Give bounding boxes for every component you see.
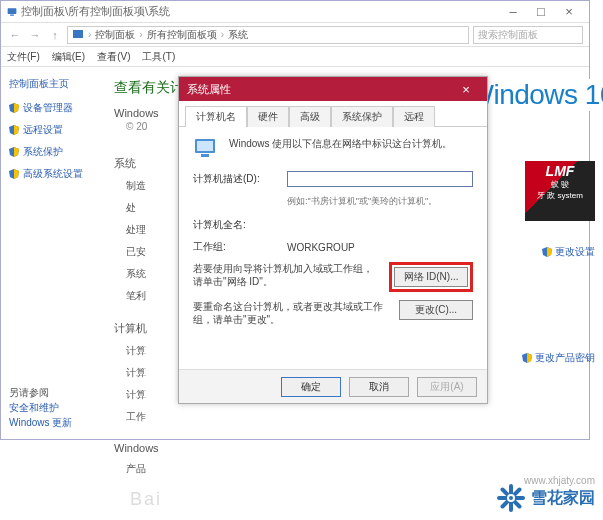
change-product-key-label: 更改产品密钥 (535, 351, 595, 365)
dialog-footer: 确定 取消 应用(A) (179, 369, 487, 403)
menu-bar: 文件(F) 编辑(E) 查看(V) 工具(T) (1, 47, 589, 67)
dialog-info-text: Windows 使用以下信息在网络中标识这台计算机。 (229, 137, 452, 151)
tab-strip: 计算机名 硬件 高级 系统保护 远程 (179, 101, 487, 127)
breadcrumb-bar: ← → ↑ › 控制面板 › 所有控制面板项 › 系统 搜索控制面板 (1, 23, 589, 47)
related-heading: 另请参阅 (9, 386, 49, 400)
menu-edit[interactable]: 编辑(E) (52, 50, 85, 64)
sidebar-item-label: 远程设置 (23, 123, 63, 137)
oem-line: 牙 政 system (527, 190, 593, 201)
svg-rect-9 (201, 154, 209, 157)
desc-label: 计算机描述(D): (193, 172, 279, 186)
shield-icon (522, 353, 532, 363)
workgroup-label: 工作组: (193, 240, 279, 254)
sidebar-item-label: 高级系统设置 (23, 167, 83, 181)
svg-point-15 (509, 496, 513, 500)
desc-hint: 例如:"书房计算机"或"美玲的计算机"。 (287, 195, 473, 208)
title-bar: 控制面板\所有控制面板项\系统 – □ × (1, 1, 589, 23)
sidebar-item-remote[interactable]: 远程设置 (9, 123, 88, 137)
close-button[interactable]: × (555, 4, 583, 19)
dialog-close-button[interactable]: × (453, 82, 479, 97)
sidebar-item-protection[interactable]: 系统保护 (9, 145, 88, 159)
change-settings-link[interactable]: 更改设置 (542, 245, 595, 259)
nav-up-icon[interactable]: ↑ (47, 29, 63, 41)
dialog-title: 系统属性 (187, 82, 231, 97)
system-properties-dialog: 系统属性 × 计算机名 硬件 高级 系统保护 远程 Windows 使用以下信息… (178, 76, 488, 404)
snowflake-icon (497, 484, 525, 512)
sidebar: 控制面板主页 设备管理器 远程设置 系统保护 高级系统设置 另请参阅 安全和维护… (1, 67, 96, 439)
tab-computer-name[interactable]: 计算机名 (185, 106, 247, 127)
breadcrumb-item[interactable]: 所有控制面板项 (147, 28, 217, 42)
breadcrumb-item[interactable]: 系统 (228, 28, 248, 42)
shield-icon (9, 103, 19, 113)
nav-back-icon[interactable]: ← (7, 29, 23, 41)
dialog-body: Windows 使用以下信息在网络中标识这台计算机。 计算机描述(D): 例如:… (179, 127, 487, 336)
tab-hardware[interactable]: 硬件 (247, 106, 289, 127)
sidebar-title[interactable]: 控制面板主页 (9, 77, 88, 91)
ok-button[interactable]: 确定 (281, 377, 341, 397)
fullname-label: 计算机全名: (193, 218, 279, 232)
label-row: 产品 (126, 462, 571, 476)
monitor-icon (7, 7, 17, 17)
oem-logo: LMF 蚁 骏 牙 政 system (525, 161, 595, 221)
sidebar-item-label: 设备管理器 (23, 101, 73, 115)
window-title: 控制面板\所有控制面板项\系统 (21, 4, 170, 19)
computer-description-input[interactable] (287, 171, 473, 187)
shield-icon (9, 169, 19, 179)
breadcrumb-path[interactable]: › 控制面板 › 所有控制面板项 › 系统 (67, 26, 469, 44)
watermark-brand-text: 雪花家园 (531, 488, 595, 509)
menu-view[interactable]: 查看(V) (97, 50, 130, 64)
label-row: 工作 (126, 410, 571, 424)
shield-icon (9, 125, 19, 135)
workgroup-value: WORKGROUP (287, 242, 355, 253)
svg-rect-2 (73, 30, 83, 38)
sidebar-item-device-manager[interactable]: 设备管理器 (9, 101, 88, 115)
tab-advanced[interactable]: 高级 (289, 106, 331, 127)
network-id-text: 若要使用向导将计算机加入域或工作组，请单击"网络 ID"。 (193, 262, 381, 288)
change-product-key-link[interactable]: 更改产品密钥 (522, 351, 595, 365)
sidebar-item-advanced[interactable]: 高级系统设置 (9, 167, 88, 181)
maximize-button[interactable]: □ (527, 4, 555, 19)
svg-rect-0 (8, 8, 17, 14)
change-settings-label: 更改设置 (555, 245, 595, 259)
apply-button[interactable]: 应用(A) (417, 377, 477, 397)
tab-system-protection[interactable]: 系统保护 (331, 106, 393, 127)
change-button[interactable]: 更改(C)... (399, 300, 473, 320)
related-link-update[interactable]: Windows 更新 (9, 416, 72, 430)
tab-remote[interactable]: 远程 (393, 106, 435, 127)
menu-file[interactable]: 文件(F) (7, 50, 40, 64)
menu-tools[interactable]: 工具(T) (142, 50, 175, 64)
highlight-annotation: 网络 ID(N)... (389, 262, 473, 292)
shield-icon (542, 247, 552, 257)
computer-icon (193, 137, 221, 161)
network-id-button[interactable]: 网络 ID(N)... (394, 267, 468, 287)
svg-rect-8 (197, 141, 213, 151)
shield-icon (9, 147, 19, 157)
search-input[interactable]: 搜索控制面板 (473, 26, 583, 44)
svg-rect-1 (10, 14, 14, 15)
watermark-brand: 雪花家园 (497, 484, 595, 512)
search-placeholder: 搜索控制面板 (478, 28, 538, 42)
nav-forward-icon[interactable]: → (27, 29, 43, 41)
dialog-title-bar: 系统属性 × (179, 77, 487, 101)
system-icon (72, 29, 84, 41)
minimize-button[interactable]: – (499, 4, 527, 19)
sidebar-item-label: 系统保护 (23, 145, 63, 159)
cancel-button[interactable]: 取消 (349, 377, 409, 397)
related-link-security[interactable]: 安全和维护 (9, 401, 59, 415)
section-activation: Windows (114, 442, 571, 454)
oem-line: 蚁 骏 (527, 179, 593, 190)
oem-top: LMF (527, 163, 593, 179)
breadcrumb-item[interactable]: 控制面板 (95, 28, 135, 42)
watermark-faint: Bai (130, 489, 162, 510)
rename-text: 要重命名这台计算机，或者更改其域或工作组，请单击"更改"。 (193, 300, 391, 326)
